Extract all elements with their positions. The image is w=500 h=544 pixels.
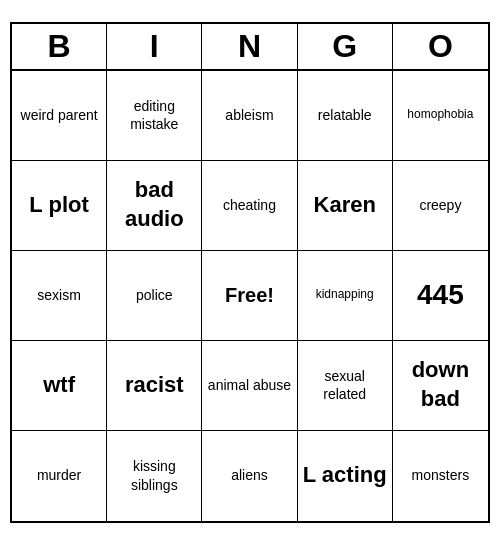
bingo-cell-r0-c4: homophobia [393, 71, 488, 161]
bingo-cell-r3-c0: wtf [12, 341, 107, 431]
bingo-cell-r0-c3: relatable [298, 71, 393, 161]
bingo-cell-r2-c3: kidnapping [298, 251, 393, 341]
bingo-cell-r4-c0: murder [12, 431, 107, 521]
bingo-cell-r3-c4: down bad [393, 341, 488, 431]
bingo-cell-r1-c4: creepy [393, 161, 488, 251]
bingo-header: BINGO [12, 24, 488, 71]
bingo-cell-r4-c2: aliens [202, 431, 297, 521]
bingo-cell-r4-c4: monsters [393, 431, 488, 521]
bingo-cell-r1-c2: cheating [202, 161, 297, 251]
bingo-cell-r3-c2: animal abuse [202, 341, 297, 431]
bingo-header-letter: G [298, 24, 393, 69]
bingo-cell-r2-c0: sexism [12, 251, 107, 341]
bingo-cell-r3-c3: sexual related [298, 341, 393, 431]
bingo-cell-r1-c3: Karen [298, 161, 393, 251]
bingo-header-letter: O [393, 24, 488, 69]
bingo-header-letter: I [107, 24, 202, 69]
bingo-cell-r0-c1: editing mistake [107, 71, 202, 161]
bingo-cell-r3-c1: racist [107, 341, 202, 431]
bingo-grid: weird parentediting mistakeableismrelata… [12, 71, 488, 521]
bingo-card: BINGO weird parentediting mistakeableism… [10, 22, 490, 523]
bingo-cell-r2-c2: Free! [202, 251, 297, 341]
bingo-cell-r4-c1: kissing siblings [107, 431, 202, 521]
bingo-cell-r1-c0: L plot [12, 161, 107, 251]
bingo-cell-r4-c3: L acting [298, 431, 393, 521]
bingo-cell-r0-c2: ableism [202, 71, 297, 161]
bingo-header-letter: B [12, 24, 107, 69]
bingo-header-letter: N [202, 24, 297, 69]
bingo-cell-r2-c4: 445 [393, 251, 488, 341]
bingo-cell-r1-c1: bad audio [107, 161, 202, 251]
bingo-cell-r2-c1: police [107, 251, 202, 341]
bingo-cell-r0-c0: weird parent [12, 71, 107, 161]
